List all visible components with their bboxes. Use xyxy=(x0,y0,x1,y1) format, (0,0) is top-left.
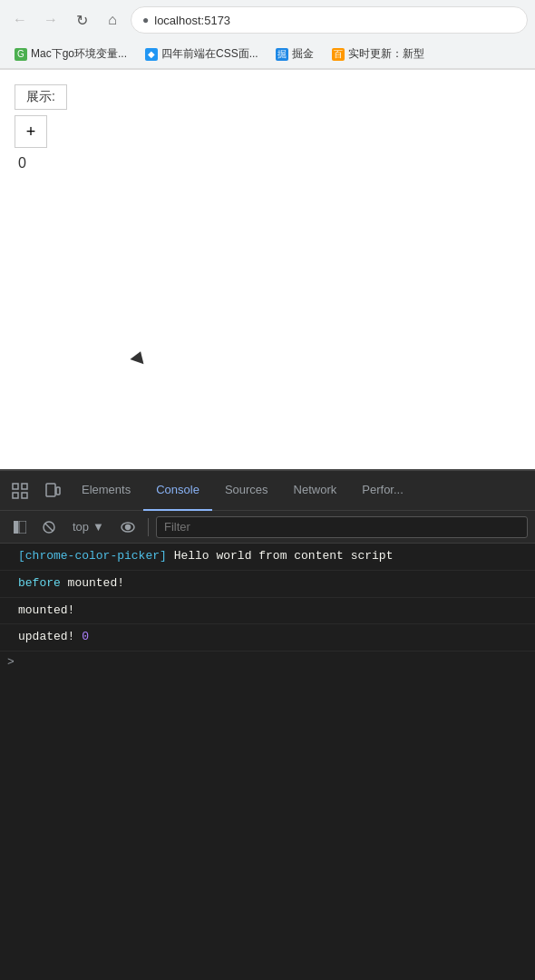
tab-sources-label: Sources xyxy=(225,483,268,496)
console-text-zero: 0 xyxy=(82,628,89,647)
console-line-4: updated! 0 xyxy=(0,624,535,652)
back-button[interactable]: ← xyxy=(7,7,33,33)
sidebar-toggle-button[interactable] xyxy=(7,514,33,540)
cursor-indicator xyxy=(130,349,147,365)
tab-elements-label: Elements xyxy=(82,483,131,496)
bookmark-item[interactable]: 百 实时更新：新型 xyxy=(325,44,432,64)
svg-rect-6 xyxy=(14,521,18,534)
address-bar[interactable]: ● localhost:5173 xyxy=(131,6,528,34)
counter-value: 0 xyxy=(18,155,520,172)
home-button[interactable]: ⌂ xyxy=(100,7,125,33)
bookmark-label: 四年前端在CSS面... xyxy=(161,46,258,62)
svg-point-11 xyxy=(125,524,130,529)
bookmark-label: Mac下go环境变量... xyxy=(31,46,127,62)
tab-elements[interactable]: Elements xyxy=(69,471,143,511)
plus-button[interactable]: + xyxy=(15,115,47,148)
tab-performance[interactable]: Perfor... xyxy=(349,471,416,511)
browser-chrome: ← → ↻ ⌂ ● localhost:5173 G Mac下go环境变量...… xyxy=(0,0,535,70)
devtools-panel: Elements Console Sources Network Perfor.… xyxy=(0,469,535,980)
bookmark-item[interactable]: ◆ 四年前端在CSS面... xyxy=(138,44,265,64)
console-text-mounted: mounted! xyxy=(18,602,74,621)
bookmark-favicon-3: 掘 xyxy=(276,48,288,61)
console-text-before: before xyxy=(18,574,61,593)
console-line-1: [chrome-color-picker] Hello world from c… xyxy=(0,544,535,571)
svg-rect-1 xyxy=(13,493,18,498)
page-content: 展示: + 0 xyxy=(0,70,535,469)
tab-sources[interactable]: Sources xyxy=(212,471,281,511)
bookmarks-bar: G Mac下go环境变量... ◆ 四年前端在CSS面... 掘 掘金 百 实时… xyxy=(0,40,535,69)
bookmark-favicon-4: 百 xyxy=(332,48,345,61)
console-prompt[interactable]: > xyxy=(0,652,535,672)
bookmark-favicon-1: G xyxy=(15,48,27,61)
bookmark-label: 实时更新：新型 xyxy=(348,46,424,62)
console-text-chrome-picker: [chrome-color-picker] xyxy=(18,547,167,566)
svg-line-9 xyxy=(45,524,53,531)
svg-rect-5 xyxy=(56,487,60,495)
console-text-updated: updated! xyxy=(18,628,82,647)
tab-console[interactable]: Console xyxy=(143,471,212,511)
dropdown-arrow-icon: ▼ xyxy=(92,520,104,534)
toolbar-divider xyxy=(148,518,149,536)
lock-icon: ● xyxy=(142,14,149,26)
console-text-hello: Hello world from content script xyxy=(167,547,394,566)
console-output: [chrome-color-picker] Hello world from c… xyxy=(0,544,535,980)
devtools-device-button[interactable] xyxy=(36,471,69,511)
reload-button[interactable]: ↻ xyxy=(69,7,94,33)
console-line-2: before mounted! xyxy=(0,571,535,598)
devtools-inspect-button[interactable] xyxy=(4,471,36,511)
bookmark-label: 掘金 xyxy=(292,46,314,62)
tab-network-label: Network xyxy=(294,483,337,496)
filter-input[interactable] xyxy=(156,516,528,538)
bookmark-item[interactable]: G Mac下go环境变量... xyxy=(7,44,134,64)
svg-rect-3 xyxy=(22,493,27,498)
prompt-chevron-icon: > xyxy=(7,655,15,669)
eye-icon-button[interactable] xyxy=(115,514,141,540)
context-label: top xyxy=(73,520,89,534)
tab-console-label: Console xyxy=(156,483,199,496)
demo-label: 展示: xyxy=(15,84,67,110)
bookmark-item[interactable]: 掘 掘金 xyxy=(268,44,321,64)
url-text: localhost:5173 xyxy=(154,14,230,27)
context-dropdown[interactable]: top ▼ xyxy=(65,518,112,535)
tab-network[interactable]: Network xyxy=(281,471,350,511)
forward-button[interactable]: → xyxy=(38,7,63,33)
svg-rect-2 xyxy=(22,484,27,489)
bookmark-favicon-2: ◆ xyxy=(145,48,158,61)
svg-rect-0 xyxy=(13,484,18,489)
tab-performance-label: Perfor... xyxy=(362,483,404,496)
devtools-tabs: Elements Console Sources Network Perfor.… xyxy=(0,471,535,511)
browser-toolbar: ← → ↻ ⌂ ● localhost:5173 xyxy=(0,0,535,40)
clear-console-button[interactable] xyxy=(36,514,62,540)
svg-rect-4 xyxy=(46,484,55,496)
svg-rect-7 xyxy=(19,521,26,534)
console-line-3: mounted! xyxy=(0,598,535,625)
devtools-toolbar: top ▼ xyxy=(0,511,535,544)
console-text-mounted-before: mounted! xyxy=(61,574,124,593)
